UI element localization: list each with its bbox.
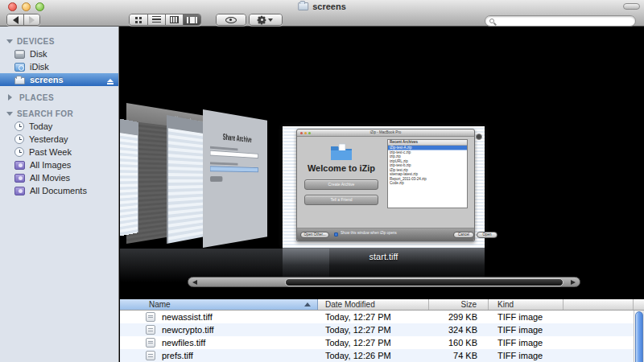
sidebar-item-all-movies[interactable]: All Movies: [0, 171, 118, 184]
sidebar-item-past-week[interactable]: Past Week: [0, 146, 118, 158]
finder-window: screens DEVI: [0, 0, 644, 362]
sidebar-item-all-documents[interactable]: All Documents: [0, 184, 118, 197]
zoom-button[interactable]: [35, 2, 44, 11]
file-list: Name Date Modified Size Kind newassist.t…: [120, 299, 644, 362]
coverflow-view-button[interactable]: [183, 14, 200, 25]
preview-footer-bar: Open Other... Show this window when iZip…: [297, 228, 474, 241]
nav-buttons: [6, 14, 40, 26]
smart-folder-icon: [14, 161, 25, 170]
column-header-date-modified[interactable]: Date Modified: [318, 299, 429, 310]
coverflow-area: New archive assistant Add file... Share …: [120, 27, 644, 299]
preview-window-titlebar: iZip - MacBook Pro: [297, 130, 474, 137]
smart-folder-icon: [14, 174, 25, 183]
minimize-button[interactable]: [22, 2, 31, 11]
toolbar-toggle-button[interactable]: [623, 3, 640, 10]
eye-icon: [225, 17, 237, 23]
search-icon: [489, 19, 494, 23]
list-view-button[interactable]: [147, 14, 165, 25]
preview-list-header: Recent Archives: [388, 140, 467, 144]
sidebar: DEVICES Disk iDisk screens PLACES SEARCH…: [0, 27, 119, 362]
preview-cancel-button: Cancel: [453, 232, 474, 238]
preview-left-panel: Welcome to iZip Create Archive Tell a Fr…: [297, 137, 386, 210]
column-header-kind[interactable]: Kind: [489, 299, 564, 310]
search-field[interactable]: [485, 15, 636, 27]
coverflow-scrollbar[interactable]: [188, 277, 580, 287]
window-title: screens: [298, 1, 346, 12]
scroll-right-icon[interactable]: [571, 280, 576, 285]
sidebar-item-yesterday[interactable]: Yesterday: [0, 133, 118, 146]
coverflow-item-share-archive[interactable]: Share Archive: [203, 109, 267, 248]
clock-icon: [14, 121, 24, 131]
coverflow-item-add-file[interactable]: Add file...: [120, 111, 138, 244]
quicklook-button-wrap: [216, 14, 246, 26]
preview-badge-icon: [476, 134, 482, 140]
preview-open-other-button: Open Other...: [300, 232, 329, 238]
column-header-name[interactable]: Name: [120, 299, 318, 310]
coverflow-item-start-tiff[interactable]: iZip - MacBook Pro Welcome to iZip Creat…: [283, 126, 485, 248]
forward-icon: [29, 16, 35, 24]
list-header: Name Date Modified Size Kind: [120, 299, 644, 311]
coverflow-scrollbar-thumb[interactable]: [285, 278, 564, 286]
folder-icon: [14, 77, 25, 84]
list-scrollbar[interactable]: [634, 311, 644, 362]
table-row[interactable]: newfiles.tiff Today, 12:27 PM 160 KB TIF…: [120, 336, 644, 349]
coverflow-view-icon: [187, 17, 197, 23]
folder-icon: [298, 2, 308, 10]
list-scrollbar-thumb[interactable]: [635, 311, 643, 362]
column-view-icon: [170, 16, 179, 23]
sidebar-section-places[interactable]: PLACES: [0, 91, 118, 104]
tiff-file-icon: [146, 351, 155, 360]
sidebar-item-disk[interactable]: Disk: [0, 47, 118, 60]
sort-ascending-icon: [304, 299, 311, 306]
table-row[interactable]: newcrypto.tiff Today, 12:27 PM 324 KB TI…: [120, 323, 644, 336]
search-input[interactable]: [494, 17, 635, 26]
coverflow-current-filename: start.tiff: [283, 252, 485, 261]
quicklook-button[interactable]: [217, 14, 246, 25]
preview-checkbox: [334, 232, 338, 237]
tiff-file-icon: [146, 312, 155, 322]
column-view-button[interactable]: [165, 14, 183, 25]
list-view-icon: [152, 16, 161, 23]
izip-app-icon: [329, 142, 353, 162]
disclosure-right-icon: [8, 94, 15, 101]
preview-create-archive-button: Create Archive: [304, 179, 378, 190]
column-header-size[interactable]: Size: [429, 299, 489, 310]
action-button-wrap: [249, 14, 283, 26]
icon-view-button[interactable]: [130, 14, 147, 25]
close-button[interactable]: [8, 2, 17, 11]
clock-icon: [14, 147, 24, 157]
preview-window-title: iZip - MacBook Pro: [297, 130, 474, 134]
sidebar-section-search-for[interactable]: SEARCH FOR: [0, 107, 118, 120]
hard-drive-icon: [14, 50, 25, 59]
back-button[interactable]: [7, 14, 23, 25]
forward-button[interactable]: [23, 14, 39, 25]
table-row[interactable]: prefs.tiff Today, 12:26 PM 74 KB TIFF im…: [120, 349, 644, 362]
preview-archive-item: Code.zip: [388, 181, 467, 186]
icon-view-icon: [135, 17, 138, 19]
clock-icon: [14, 134, 24, 144]
back-icon: [13, 16, 19, 24]
table-row[interactable]: newassist.tiff Today, 12:27 PM 299 KB TI…: [120, 311, 644, 323]
chevron-down-icon: [268, 19, 273, 24]
preview-izip-window: iZip - MacBook Pro Welcome to iZip Creat…: [296, 129, 475, 241]
disclosure-down-icon: [6, 112, 13, 119]
tiff-file-icon: [146, 338, 155, 348]
preview-tell-a-friend-button: Tell a Friend: [304, 195, 378, 205]
sidebar-item-all-images[interactable]: All Images: [0, 158, 118, 171]
sidebar-item-today[interactable]: Today: [0, 120, 118, 133]
preview-open-button: Open: [477, 232, 497, 238]
sidebar-item-screens[interactable]: screens: [0, 73, 118, 86]
disclosure-down-icon: [6, 39, 13, 47]
titlebar-toolbar: screens: [0, 0, 644, 27]
sidebar-section-devices[interactable]: DEVICES: [0, 35, 118, 47]
sidebar-item-idisk[interactable]: iDisk: [0, 60, 118, 73]
smart-folder-icon: [14, 187, 25, 195]
view-switcher: [129, 14, 201, 26]
action-button[interactable]: [250, 14, 282, 25]
eject-icon[interactable]: [107, 76, 114, 84]
tiff-file-icon: [146, 325, 155, 335]
window-title-label: screens: [312, 2, 346, 11]
preview-checkbox-label: Show this window when iZip opens: [341, 231, 453, 235]
scroll-left-icon[interactable]: [192, 280, 197, 285]
column-header-filler: [564, 299, 634, 310]
